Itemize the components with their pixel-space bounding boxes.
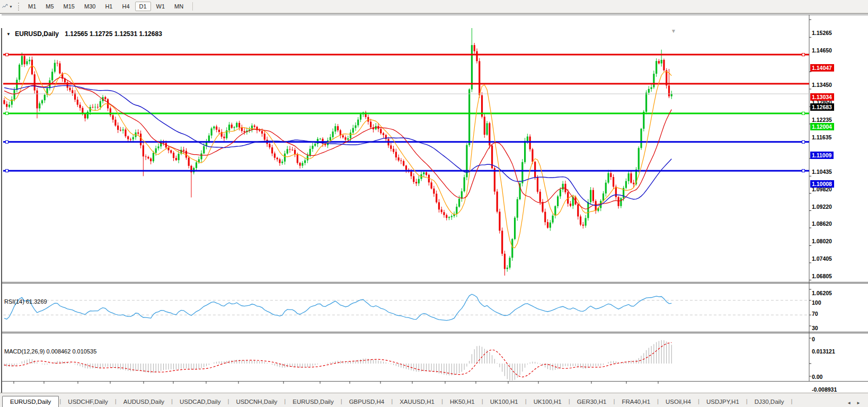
timeframe-button-h1[interactable]: H1: [101, 2, 117, 11]
candle-down: [426, 172, 427, 175]
rsi-axis-label-70: 70: [812, 311, 818, 317]
candle-down: [291, 149, 293, 150]
chart-tab-uk100-h1[interactable]: UK100,H1: [527, 396, 568, 407]
chart-tab-uk100-h1[interactable]: UK100,H1: [484, 396, 525, 407]
price-tick-1.09220: 1.09220: [812, 204, 832, 210]
chart-tab-eurusd-daily[interactable]: EURUSD,Daily: [2, 396, 59, 407]
candle-up: [314, 144, 316, 146]
timeframe-button-m1[interactable]: M1: [24, 2, 40, 11]
level-handle[interactable]: [802, 140, 805, 143]
candle-down: [577, 205, 579, 217]
chart-tab-usdcad-daily[interactable]: USDCAD,Daily: [173, 396, 227, 407]
candle-down: [613, 177, 614, 187]
candle-down: [633, 183, 634, 184]
candle-down: [264, 134, 265, 140]
chart-tab-usdcnh-daily[interactable]: USDCNH,Daily: [229, 396, 284, 407]
candle-down: [261, 131, 263, 134]
timeframe-button-m30[interactable]: M30: [80, 2, 100, 11]
candle-up: [509, 258, 510, 268]
candle-up: [560, 190, 561, 197]
candle-down: [618, 197, 619, 206]
level-handle[interactable]: [6, 112, 8, 114]
candle-down: [433, 189, 435, 194]
candle-up: [620, 198, 622, 206]
candle-up: [550, 223, 551, 228]
timeframe-button-mn[interactable]: MN: [170, 2, 188, 11]
candle-down: [380, 129, 382, 133]
rsi-indicator-label: RSI(14) 61.3269: [4, 298, 47, 305]
moving-average-40: [4, 86, 671, 206]
level-handle[interactable]: [802, 170, 805, 172]
chart-shift-marker-icon[interactable]: ▼: [671, 28, 676, 34]
chart-tab-fra40-h1[interactable]: FRA40,H1: [615, 396, 657, 407]
chart-tab-usdjpy-h1[interactable]: USDJPY,H1: [700, 396, 746, 407]
level-handle[interactable]: [802, 112, 805, 114]
candle-down: [24, 56, 25, 65]
candle-up: [211, 128, 212, 135]
timeframe-button-d1[interactable]: D1: [135, 2, 151, 11]
candle-down: [479, 61, 480, 95]
chart-cursor-tool-icon[interactable]: ▼: [2, 2, 13, 11]
chart-tab-hk50-h1[interactable]: HK50,H1: [444, 396, 481, 407]
candle-down: [216, 127, 217, 130]
timeframe-button-m5[interactable]: M5: [41, 2, 58, 11]
candle-down: [218, 130, 220, 132]
chart-canvas[interactable]: [0, 14, 868, 407]
candle-down: [297, 154, 298, 163]
rsi-axis-label-30: 30: [812, 325, 818, 331]
chart-tab-bar: EURUSD,Daily|USDCHF,Daily|AUDUSD,Daily|U…: [0, 393, 868, 407]
chart-tab-eurusd-daily[interactable]: EURUSD,Daily: [286, 396, 340, 407]
chart-tab-usdchf-daily[interactable]: USDCHF,Daily: [61, 396, 114, 407]
candle-up: [320, 139, 321, 139]
level-handle[interactable]: [6, 170, 8, 172]
candle-down: [125, 129, 126, 136]
candle-down: [484, 117, 485, 135]
candle-up: [357, 120, 359, 126]
candle-down: [494, 168, 495, 191]
candle-up: [554, 206, 556, 216]
chart-tab-audusd-daily[interactable]: AUDUSD,Daily: [117, 396, 171, 407]
candle-up: [178, 154, 180, 160]
candle-up: [350, 132, 351, 138]
candle-down: [289, 149, 290, 149]
candle-down: [582, 225, 584, 226]
candle-up: [334, 126, 336, 131]
chart-tab-ger30-h1[interactable]: GER30,H1: [571, 396, 613, 407]
macd-axis-label: 0.00: [812, 374, 822, 380]
candle-up: [19, 65, 20, 79]
level-handle[interactable]: [6, 140, 8, 143]
level-handle[interactable]: [802, 54, 805, 56]
timeframe-button-m15[interactable]: M15: [59, 2, 79, 11]
current-price-label: 1.12683: [810, 103, 834, 111]
candle-down: [529, 137, 531, 149]
candle-down: [415, 182, 417, 183]
rsi-axis-label-100: 100: [812, 299, 821, 306]
candle-down: [400, 161, 402, 161]
candle-down: [403, 161, 404, 166]
price-tick-1.13450: 1.13450: [812, 82, 832, 88]
toolbar-grip[interactable]: [18, 3, 19, 11]
tab-scroll-left-icon[interactable]: ◄: [847, 401, 851, 405]
tab-scroll-right-icon[interactable]: ►: [856, 401, 861, 405]
tab-divider: |: [790, 398, 793, 407]
chart-tab-gbpusd-h4[interactable]: GBPUSD,H4: [343, 396, 391, 407]
timeframe-button-w1[interactable]: W1: [152, 2, 170, 11]
candle-down: [615, 187, 617, 197]
candle-up: [671, 94, 672, 96]
collapse-arrow-icon[interactable]: ▼: [6, 32, 11, 37]
candle-down: [241, 128, 243, 131]
candle-down: [254, 126, 255, 127]
chart-tab-dj30-daily[interactable]: DJ30,Daily: [748, 396, 791, 407]
candle-up: [514, 218, 516, 239]
level-handle[interactable]: [6, 54, 8, 56]
candle-up: [307, 155, 308, 160]
candle-down: [542, 202, 543, 211]
chart-tab-xauusd-h1[interactable]: XAUUSD,H1: [393, 396, 441, 407]
chart-tab-usoil-h4[interactable]: USOil,H4: [659, 396, 697, 407]
candle-up: [458, 199, 460, 207]
timeframe-button-h4[interactable]: H4: [118, 2, 134, 11]
candle-down: [410, 172, 412, 176]
candle-down: [140, 134, 141, 145]
candle-down: [658, 61, 660, 64]
candle-down: [145, 156, 147, 157]
